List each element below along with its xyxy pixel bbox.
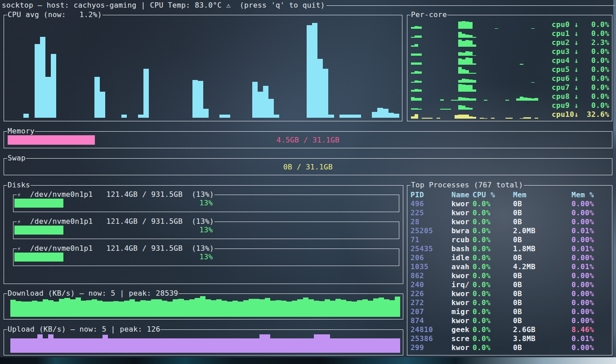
bar (138, 115, 143, 118)
process-cell: 0.00% (571, 280, 612, 289)
core-label: cpu3↓0.0% (552, 47, 609, 56)
core-label: cpu9↓0.0% (552, 101, 609, 110)
bar (243, 300, 249, 317)
core-label: cpu1↓0.0% (552, 29, 609, 38)
process-cell: 0.0% (473, 226, 513, 235)
bar (222, 338, 227, 353)
download-history-chart (10, 296, 400, 317)
bar (27, 338, 32, 353)
bar (225, 115, 230, 118)
down-arrow-icon: ↓ (574, 74, 579, 83)
disk-row-border: ⚡ /dev/nvme0n1p1 121.4GB / 931.5GB (13%) (13, 217, 399, 226)
bar (415, 108, 418, 110)
bar (465, 115, 469, 119)
bar (415, 114, 418, 119)
bar (286, 338, 292, 353)
process-cell: 0.00% (571, 218, 612, 226)
bar (216, 338, 222, 353)
core-name: cpu9 (552, 101, 574, 110)
bar (473, 80, 476, 83)
column-header: Mem (513, 191, 571, 200)
bar (372, 112, 377, 118)
process-cell: 226 (411, 289, 451, 298)
bar (335, 299, 341, 317)
bar (415, 36, 418, 38)
process-cell: 2.6GB (513, 325, 571, 334)
bar (415, 62, 418, 65)
bar (252, 82, 258, 118)
app-title: socktop — host: cachyos-gaming | CPU Tem… (2, 1, 325, 10)
disk-title: ⚡ /dev/nvme0n1p1 121.4GB / 931.5GB (13%) (17, 217, 214, 226)
bar (64, 298, 70, 317)
process-cell: migr (451, 307, 473, 316)
bar (465, 35, 469, 38)
bar (425, 118, 429, 119)
process-cell: 0B (513, 343, 571, 352)
bar (97, 338, 103, 353)
process-cell: 8.46% (571, 325, 612, 334)
bar (16, 338, 21, 353)
bar (178, 299, 183, 317)
disk-title: ⚡ /dev/nvme0n1p1 121.4GB / 931.5GB (13%) (17, 244, 214, 253)
bar (531, 82, 535, 83)
bar (92, 299, 97, 317)
process-cell: 0B (513, 253, 571, 262)
bar (469, 40, 473, 47)
bar (162, 301, 167, 317)
process-cell: 225 (411, 209, 451, 218)
bar (465, 22, 469, 29)
bar (346, 301, 352, 317)
bar (411, 108, 415, 110)
disk-percent-label: 13% (13, 253, 399, 262)
core-spark (411, 93, 549, 101)
process-cell: 0.00% (571, 271, 612, 280)
bar (119, 302, 124, 317)
core-row: cpu2↓2.3% (411, 38, 609, 47)
swap-panel: Swap 0B / 31.1GB (4, 158, 612, 175)
bar (465, 98, 469, 101)
process-cell: 0.01% (571, 262, 612, 271)
bar (357, 338, 362, 353)
bar (418, 98, 422, 101)
bar (307, 25, 312, 118)
bar (43, 338, 48, 353)
process-cell: 874 (411, 316, 451, 325)
bar (146, 338, 151, 353)
process-cell: 0.00% (571, 307, 612, 316)
process-cell: 0.0% (473, 334, 513, 343)
process-row: 496kwor0.0%0B0.00% (411, 200, 612, 209)
bar (379, 297, 384, 317)
bar (259, 299, 265, 317)
bar (303, 297, 308, 317)
core-usage-value: 0.0% (579, 20, 609, 29)
core-name: cpu10 (552, 110, 574, 119)
bar (100, 92, 105, 118)
core-row: cpu5↓0.0% (411, 65, 609, 74)
bar (418, 62, 422, 65)
core-name: cpu7 (552, 83, 574, 92)
bar (167, 302, 173, 317)
bar (173, 338, 178, 353)
bar (388, 113, 394, 118)
bar (451, 100, 455, 101)
core-spark (411, 102, 549, 110)
bar (192, 80, 198, 118)
bar (156, 338, 162, 353)
bar (124, 338, 129, 353)
bar (81, 301, 86, 317)
bar (458, 58, 462, 65)
bar (54, 302, 59, 317)
bar (249, 338, 254, 353)
bar (92, 338, 97, 353)
core-name: cpu2 (552, 38, 574, 47)
core-spark (411, 66, 549, 74)
core-name: cpu4 (552, 56, 574, 65)
bar (462, 34, 465, 38)
bar (140, 300, 146, 317)
bar (119, 338, 124, 353)
core-usage-value: 0.0% (579, 29, 609, 38)
terminal-window[interactable]: socktop — host: cachyos-gaming | CPU Tem… (0, 0, 616, 364)
core-row: cpu3↓0.0% (411, 47, 609, 56)
bar (411, 37, 415, 38)
power-bolt-icon: ⚡ (17, 245, 21, 252)
